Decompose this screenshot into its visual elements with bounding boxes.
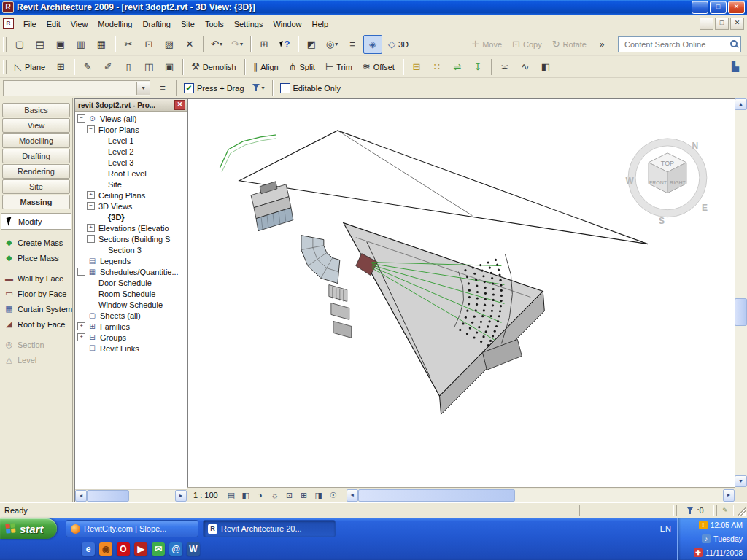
view-scale-button[interactable]: 1 : 100 — [187, 491, 224, 499]
menu-view[interactable]: View — [66, 17, 93, 31]
manage-links-button[interactable]: ⊞ — [255, 35, 274, 54]
mail-icon[interactable]: @ — [169, 542, 182, 556]
taskbar-task-revitcity-com-slope[interactable]: RevitCity.com | Slope... — [66, 520, 198, 537]
menu-site[interactable]: Site — [176, 17, 200, 31]
expand-toggle-icon[interactable]: + — [77, 322, 85, 330]
mdi-restore-button[interactable]: □ — [715, 18, 729, 30]
taskbar-task-revit-architecture-20[interactable]: RRevit Architecture 20... — [203, 520, 336, 537]
minimize-button[interactable]: — — [692, 1, 708, 14]
resize-grip[interactable] — [736, 506, 746, 516]
tray-text[interactable]: 12:05 AM — [711, 521, 743, 529]
toolbar-overflow-button[interactable]: » — [592, 35, 611, 54]
scroll-down-icon[interactable]: ▼ — [735, 475, 747, 487]
press-drag-checkbox[interactable]: ✔ Press + Drag — [184, 83, 244, 93]
close-button[interactable]: ✕ — [728, 1, 745, 14]
tree-item-legends[interactable]: ▤Legends — [75, 255, 187, 266]
mdi-close-button[interactable]: ✕ — [730, 18, 744, 30]
content-search-input[interactable] — [623, 39, 730, 50]
view-compass[interactable]: TOP FRONT RIGHT W N E S — [625, 139, 707, 226]
collapse-toggle-icon[interactable]: − — [87, 125, 95, 133]
crop-region-icon[interactable]: ⊞ — [298, 489, 311, 501]
save-button[interactable]: ▣ — [51, 35, 70, 54]
chevron-down-icon[interactable]: ▾ — [136, 82, 150, 95]
design-tool-modify[interactable]: Modify — [1, 213, 71, 230]
collapse-toggle-icon[interactable]: − — [77, 114, 85, 122]
menu-edit[interactable]: Edit — [42, 17, 66, 31]
paint-button[interactable]: ◧ — [536, 58, 555, 77]
cut-button[interactable]: ✂ — [119, 35, 138, 54]
tree-item-elevations-elevatio[interactable]: +Elevations (Elevatio — [75, 222, 187, 233]
design-tab-basics[interactable]: Basics — [2, 103, 70, 117]
align-button[interactable]: ∥Align — [249, 58, 283, 77]
expand-toggle-icon[interactable]: + — [87, 224, 95, 232]
paste-button[interactable]: ▨ — [160, 35, 179, 54]
print-button[interactable]: ▥ — [71, 35, 90, 54]
print-preview-button[interactable]: ▦ — [92, 35, 111, 54]
copy-button[interactable]: ⊡ — [139, 35, 158, 54]
design-tab-rendering[interactable]: Rendering — [2, 164, 70, 179]
viewport-hscrollbar[interactable]: ◄ ► — [347, 489, 735, 502]
3d-view-button[interactable]: ◇3D — [384, 35, 413, 54]
menu-window[interactable]: Window — [268, 17, 306, 31]
default-3d-view-button[interactable]: ◈ — [363, 35, 382, 54]
tree-item-3d[interactable]: {3D} — [75, 211, 187, 222]
offset-button[interactable]: ≋Offset — [358, 58, 399, 77]
design-tool-create-mass[interactable]: ◆Create Mass — [0, 235, 72, 250]
toolbar-grip[interactable] — [3, 37, 7, 52]
tree-item-sheets-all[interactable]: ▢Sheets (all) — [75, 310, 187, 321]
volume-icon[interactable]: ♪ — [702, 534, 711, 543]
menu-tools[interactable]: Tools — [200, 17, 229, 31]
new-button[interactable]: ▢ — [10, 35, 29, 54]
project-browser-hscrollbar[interactable]: ◄ ► — [75, 489, 187, 502]
scroll-right-icon[interactable]: ► — [723, 489, 735, 502]
tree-item-window-schedule[interactable]: Window Schedule — [75, 299, 187, 310]
scrollbar-thumb[interactable] — [358, 489, 515, 502]
door-button[interactable]: ▯ — [119, 58, 138, 77]
match-type-button[interactable]: ✐ — [98, 58, 117, 77]
daylight-icon[interactable]: ☼ — [268, 489, 282, 501]
sketch-button[interactable]: ✎ — [78, 58, 97, 77]
crop-view-icon[interactable]: ⊡ — [283, 489, 296, 501]
expand-toggle-icon[interactable]: + — [77, 333, 85, 341]
tree-item-door-schedule[interactable]: Door Schedule — [75, 277, 187, 288]
tree-item-section-3[interactable]: Section 3 — [75, 244, 187, 255]
demolish-button[interactable]: ⚒Demolish — [187, 58, 241, 77]
trim-button[interactable]: ⊢Trim — [321, 58, 357, 77]
tree-item-level-3[interactable]: Level 3 — [75, 157, 187, 168]
tree-item-families[interactable]: +⊞Families — [75, 321, 187, 332]
tree-item-site[interactable]: Site — [75, 179, 187, 190]
word-icon[interactable]: W — [187, 542, 200, 556]
temporary-hide-icon[interactable]: ◨ — [312, 489, 325, 501]
tree-item-level-2[interactable]: Level 2 — [75, 146, 187, 157]
compass-south-label[interactable]: S — [659, 216, 665, 226]
scrollbar-thumb[interactable] — [735, 298, 747, 326]
tray-text[interactable]: 11/11/2008 — [705, 548, 743, 557]
3d-model-view[interactable]: TOP FRONT RIGHT W N E S — [188, 99, 735, 487]
menu-drafting[interactable]: Drafting — [137, 17, 176, 31]
match-button[interactable]: ≍ — [495, 58, 514, 77]
menu-settings[interactable]: Settings — [229, 17, 268, 31]
ie-icon[interactable]: e — [82, 542, 95, 556]
tree-item-sections-building-s[interactable]: −Sections (Building S — [75, 233, 187, 244]
tree-item-roof-level[interactable]: Roof Level — [75, 168, 187, 179]
statistics-button[interactable]: ▙ — [726, 58, 745, 77]
window-button[interactable]: ◫ — [139, 58, 158, 77]
menu-modelling[interactable]: Modelling — [93, 17, 137, 31]
tree-item-room-schedule[interactable]: Room Schedule — [75, 288, 187, 299]
scroll-up-icon[interactable]: ▲ — [735, 98, 747, 110]
shadows-icon[interactable]: ◑ — [254, 489, 267, 501]
restore-button[interactable]: □ — [710, 1, 727, 14]
split-button[interactable]: ⋔Split — [285, 58, 320, 77]
menu-file[interactable]: File — [18, 17, 42, 31]
scrollbar-thumb[interactable] — [87, 490, 129, 502]
tree-item-ceiling-plans[interactable]: +Ceiling Plans — [75, 190, 187, 201]
firefox-icon[interactable]: ◉ — [99, 542, 112, 556]
viewport-vscrollbar[interactable]: ▲ ▼ — [735, 98, 747, 487]
content-search-box[interactable] — [618, 36, 741, 52]
scroll-left-icon[interactable]: ◄ — [347, 489, 358, 502]
design-tab-drafting[interactable]: Drafting — [2, 149, 70, 163]
collapse-toggle-icon[interactable]: − — [87, 202, 95, 210]
reveal-hidden-icon[interactable]: ☉ — [327, 489, 340, 501]
selection-filter-button[interactable]: ▾ — [249, 79, 268, 98]
grid-button[interactable]: ⊞ — [51, 58, 70, 77]
